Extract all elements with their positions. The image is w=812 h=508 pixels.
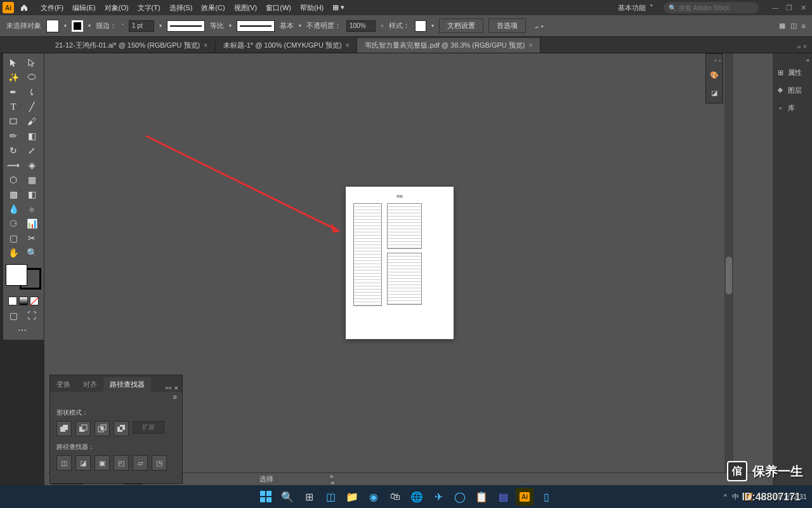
dock-collapse-icon[interactable]: « [804, 57, 812, 64]
direct-selection-tool[interactable] [23, 56, 41, 70]
free-transform-tool[interactable]: ◈ [23, 158, 41, 172]
screen-mode-normal[interactable]: ▢ [4, 309, 22, 323]
libraries-panel-button[interactable]: ▫库 [773, 99, 812, 117]
width-tool[interactable]: ⟿ [4, 158, 22, 172]
transform-icon[interactable]: ◫ [790, 22, 797, 30]
curvature-tool[interactable]: ⤹ [23, 85, 41, 99]
symbol-sprayer-tool[interactable]: ⚆ [4, 217, 22, 231]
explorer-icon[interactable]: 📁 [343, 488, 361, 505]
task-view-icon[interactable]: ⊞ [300, 488, 318, 505]
selection-tool[interactable] [4, 56, 22, 70]
graph-tool[interactable]: 📊 [23, 217, 41, 231]
intersect-button[interactable] [95, 421, 110, 436]
outline-button[interactable]: ▱ [133, 455, 148, 471]
doc-tab-1[interactable]: 21-12-王鸿伟-01.ai* @ 150% (RGB/GPU 预览)× [48, 38, 216, 53]
controlbar-menu-icon[interactable]: ≡ [802, 22, 806, 30]
brush-definition[interactable] [237, 20, 275, 32]
pf-close-icon[interactable]: × [174, 384, 178, 392]
edit-toolbar-icon[interactable]: ⋯ [4, 323, 40, 337]
search-box[interactable]: 🔍 [664, 2, 759, 13]
artboard-tool[interactable]: ▢ [4, 231, 22, 245]
fill-swatch[interactable] [46, 20, 59, 32]
stroke-dropdown-icon[interactable]: ▾ [88, 23, 91, 29]
lasso-tool[interactable] [23, 70, 41, 84]
menu-effect[interactable]: 效果(C) [197, 2, 228, 14]
widgets-icon[interactable]: ◫ [322, 488, 339, 505]
transform-tab[interactable]: 变换 [50, 377, 77, 392]
menu-view[interactable]: 视图(V) [230, 2, 261, 14]
menu-file[interactable]: 文件(F) [37, 2, 67, 14]
trim-button[interactable]: ◪ [75, 455, 91, 471]
blend-tool[interactable]: ⟐ [23, 202, 41, 216]
mesh-tool[interactable]: ▩ [4, 187, 22, 201]
pathfinder-tab[interactable]: 路径查找器 [103, 377, 151, 392]
workspace-switcher[interactable]: 基本功能 ˅ [613, 2, 658, 14]
style-swatch[interactable] [415, 20, 426, 32]
stroke-weight-dropdown[interactable]: ▾ [159, 23, 162, 29]
expand-button[interactable]: 扩展 [133, 421, 164, 434]
menu-type[interactable]: 文字(T) [134, 2, 164, 14]
menu-help[interactable]: 帮助(H) [296, 2, 327, 14]
stroke-weight-input[interactable] [129, 20, 154, 32]
crop-button[interactable]: ◰ [114, 455, 129, 471]
stroke-decrement[interactable]: ˆ [122, 23, 124, 29]
hand-tool[interactable]: ✋ [4, 246, 22, 260]
document-page[interactable]: 测验 [346, 187, 454, 339]
pen-tool[interactable]: ✒ [4, 85, 22, 99]
align-tab[interactable]: 对齐 [77, 377, 103, 392]
layers-panel-button[interactable]: ❖图层 [773, 81, 812, 99]
style-dropdown-icon[interactable]: ▾ [431, 23, 434, 29]
menu-object[interactable]: 对象(O) [101, 2, 133, 14]
stroke-swatch[interactable] [72, 20, 83, 32]
close-icon[interactable]: × [204, 42, 207, 49]
app-icon-3[interactable]: 📋 [473, 488, 490, 505]
panel-menu-icon[interactable]: ≡ [173, 393, 177, 401]
shaper-tool[interactable]: ✏ [4, 129, 22, 143]
brush-dropdown-icon[interactable]: ▾ [299, 23, 301, 29]
tab-overflow-icon[interactable]: » × [792, 40, 812, 53]
color-panel-icon[interactable]: 🎨 [708, 69, 721, 81]
app-icon-4[interactable]: ▤ [494, 488, 512, 505]
gradient-mode-icon[interactable] [19, 297, 28, 305]
eyedropper-tool[interactable]: 💧 [4, 202, 22, 216]
properties-panel-button[interactable]: ⊞属性 [773, 64, 812, 81]
divide-button[interactable]: ◫ [56, 455, 72, 471]
screen-mode-full[interactable]: ⛶ [23, 309, 41, 323]
minus-front-button[interactable] [75, 421, 91, 436]
exclude-button[interactable] [114, 421, 129, 436]
slice-tool[interactable]: ✂ [23, 231, 41, 245]
xy-icon[interactable]: ▦ [779, 22, 785, 30]
opacity-dropdown-icon[interactable]: > [381, 23, 384, 29]
line-tool[interactable]: ╱ [23, 100, 41, 114]
type-tool[interactable]: T [4, 100, 22, 114]
status-play-icon[interactable]: ► ◄ [329, 475, 338, 484]
eraser-tool[interactable]: ◧ [23, 129, 41, 143]
none-mode-icon[interactable] [30, 297, 39, 305]
store-icon[interactable]: 🛍 [386, 488, 404, 505]
gradient-tool[interactable]: ◧ [23, 187, 41, 201]
restore-button[interactable]: ❐ [783, 3, 796, 13]
close-button[interactable]: ✕ [797, 3, 809, 13]
fill-dropdown-icon[interactable]: ▾ [64, 23, 67, 29]
menu-select[interactable]: 选择(S) [166, 2, 197, 14]
app-icon-5[interactable]: ▯ [537, 488, 555, 505]
document-setup-button[interactable]: 文档设置 [439, 18, 483, 33]
preferences-button[interactable]: 首选项 [488, 18, 526, 33]
arrange-docs-icon[interactable]: ▦ ▾ [329, 2, 348, 14]
pf-collapse-icon[interactable]: «« [166, 385, 172, 391]
close-icon[interactable]: × [528, 42, 532, 49]
scale-tool[interactable]: ⤢ [23, 144, 41, 157]
rectangle-tool[interactable] [4, 114, 22, 128]
doc-tab-3[interactable]: 韦氏智力量表完整版.pdf @ 38.3% (RGB/GPU 预览)× [357, 38, 540, 53]
opacity-input[interactable] [346, 20, 376, 32]
menu-edit[interactable]: 编辑(E) [69, 2, 100, 14]
zoom-tool[interactable]: 🔍 [23, 246, 41, 260]
fill-stroke-picker[interactable] [6, 264, 41, 290]
profile-dropdown-icon[interactable]: ▾ [229, 23, 232, 29]
scroll-thumb[interactable] [726, 257, 732, 295]
search-taskbar-icon[interactable]: 🔍 [278, 488, 296, 505]
doc-tab-2[interactable]: 未标题-1* @ 100% (CMYK/GPU 预览)× [216, 38, 357, 53]
shape-builder-tool[interactable]: ⬡ [4, 173, 22, 187]
swatches-panel-icon[interactable]: ◪ [708, 86, 721, 99]
start-button[interactable] [257, 488, 275, 505]
